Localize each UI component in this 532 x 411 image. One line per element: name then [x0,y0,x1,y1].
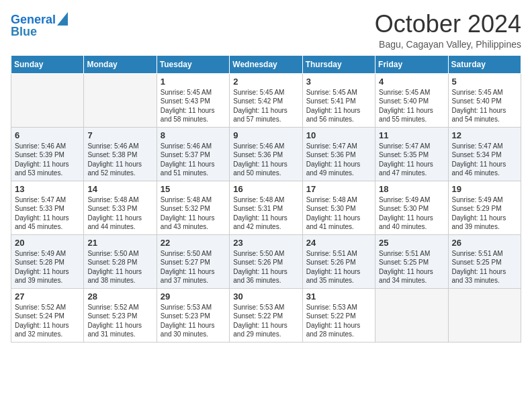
daylight-text: Daylight: 11 hours and 34 minutes. [379,267,444,285]
weekday-header-thursday: Thursday [302,55,375,73]
daylight-text: Daylight: 11 hours and 37 minutes. [161,267,226,285]
sunrise-text: Sunrise: 5:46 AM [15,142,80,151]
calendar-cell: 4Sunrise: 5:45 AMSunset: 5:40 PMDaylight… [375,73,448,127]
calendar-cell [448,288,521,342]
weekday-header-sunday: Sunday [11,55,84,73]
calendar-cell: 29Sunrise: 5:53 AMSunset: 5:23 PMDayligh… [157,288,229,342]
sunset-text: Sunset: 5:26 PM [306,258,371,267]
sunset-text: Sunset: 5:37 PM [161,150,226,160]
sunrise-text: Sunrise: 5:49 AM [452,195,517,205]
day-number: 5 [452,77,517,87]
calendar-cell: 11Sunrise: 5:47 AMSunset: 5:35 PMDayligh… [375,127,448,181]
calendar-week-row: 27Sunrise: 5:52 AMSunset: 5:24 PMDayligh… [11,288,521,342]
sunset-text: Sunset: 5:40 PM [452,97,517,106]
daylight-text: Daylight: 11 hours and 50 minutes. [233,160,298,178]
daylight-text: Daylight: 11 hours and 33 minutes. [452,267,517,285]
sunrise-text: Sunrise: 5:45 AM [452,88,517,97]
day-number: 2 [233,77,298,87]
daylight-text: Daylight: 11 hours and 36 minutes. [233,267,298,285]
sunset-text: Sunset: 5:32 PM [161,204,226,214]
sunrise-text: Sunrise: 5:45 AM [306,88,371,97]
calendar-cell: 3Sunrise: 5:45 AMSunset: 5:41 PMDaylight… [302,73,375,127]
day-number: 19 [452,184,517,194]
sunrise-text: Sunrise: 5:53 AM [161,303,226,312]
calendar-cell: 12Sunrise: 5:47 AMSunset: 5:34 PMDayligh… [448,127,521,181]
daylight-text: Daylight: 11 hours and 28 minutes. [306,321,371,339]
calendar-cell: 30Sunrise: 5:53 AMSunset: 5:22 PMDayligh… [230,288,302,342]
calendar-cell: 21Sunrise: 5:50 AMSunset: 5:28 PMDayligh… [84,234,157,288]
daylight-text: Daylight: 11 hours and 29 minutes. [233,321,298,339]
calendar-cell: 2Sunrise: 5:45 AMSunset: 5:42 PMDaylight… [230,73,302,127]
calendar-cell [84,73,157,127]
daylight-text: Daylight: 11 hours and 39 minutes. [15,267,80,285]
calendar-cell: 27Sunrise: 5:52 AMSunset: 5:24 PMDayligh… [11,288,84,342]
calendar-cell: 16Sunrise: 5:48 AMSunset: 5:31 PMDayligh… [230,181,302,234]
day-number: 27 [15,291,80,302]
daylight-text: Daylight: 11 hours and 52 minutes. [87,160,152,178]
sunrise-text: Sunrise: 5:45 AM [379,88,444,97]
daylight-text: Daylight: 11 hours and 45 minutes. [15,214,80,232]
sunrise-text: Sunrise: 5:46 AM [233,142,298,151]
calendar-cell: 18Sunrise: 5:49 AMSunset: 5:30 PMDayligh… [375,181,448,234]
daylight-text: Daylight: 11 hours and 53 minutes. [15,160,80,178]
month-title: October 2024 [375,11,521,38]
calendar-cell: 26Sunrise: 5:51 AMSunset: 5:25 PMDayligh… [448,234,521,288]
sunrise-text: Sunrise: 5:51 AM [452,249,517,259]
title-area: October 2024 Bagu, Cagayan Valley, Phili… [375,11,521,50]
day-number: 13 [15,184,80,194]
sunset-text: Sunset: 5:38 PM [87,150,152,160]
day-number: 24 [306,238,371,248]
sunrise-text: Sunrise: 5:53 AM [306,303,371,312]
sunset-text: Sunset: 5:22 PM [306,312,371,321]
weekday-header-row: SundayMondayTuesdayWednesdayThursdayFrid… [11,55,521,73]
daylight-text: Daylight: 11 hours and 44 minutes. [87,214,152,232]
daylight-text: Daylight: 11 hours and 49 minutes. [306,160,371,178]
calendar-cell: 1Sunrise: 5:45 AMSunset: 5:43 PMDaylight… [157,73,229,127]
calendar-cell: 15Sunrise: 5:48 AMSunset: 5:32 PMDayligh… [157,181,229,234]
sunset-text: Sunset: 5:35 PM [379,150,444,160]
daylight-text: Daylight: 11 hours and 46 minutes. [452,160,517,178]
logo-arrow-icon [57,12,68,26]
day-number: 28 [87,291,152,302]
calendar-week-row: 13Sunrise: 5:47 AMSunset: 5:33 PMDayligh… [11,181,521,234]
calendar-cell: 9Sunrise: 5:46 AMSunset: 5:36 PMDaylight… [230,127,302,181]
day-number: 4 [379,77,444,87]
daylight-text: Daylight: 11 hours and 56 minutes. [306,106,371,124]
day-number: 9 [233,130,298,140]
calendar-cell: 14Sunrise: 5:48 AMSunset: 5:33 PMDayligh… [84,181,157,234]
sunrise-text: Sunrise: 5:45 AM [161,88,226,97]
day-number: 15 [161,184,226,194]
calendar-table: SundayMondayTuesdayWednesdayThursdayFrid… [11,55,521,342]
calendar-cell: 19Sunrise: 5:49 AMSunset: 5:29 PMDayligh… [448,181,521,234]
calendar-week-row: 20Sunrise: 5:49 AMSunset: 5:28 PMDayligh… [11,234,521,288]
sunset-text: Sunset: 5:36 PM [233,150,298,160]
day-number: 21 [87,238,152,248]
sunrise-text: Sunrise: 5:51 AM [306,249,371,259]
day-number: 18 [379,184,444,194]
day-number: 29 [161,291,226,302]
calendar-cell: 25Sunrise: 5:51 AMSunset: 5:25 PMDayligh… [375,234,448,288]
day-number: 25 [379,238,444,248]
sunrise-text: Sunrise: 5:52 AM [15,303,80,312]
sunrise-text: Sunrise: 5:48 AM [87,195,152,205]
location-subtitle: Bagu, Cagayan Valley, Philippines [375,39,521,50]
sunset-text: Sunset: 5:24 PM [15,312,80,321]
day-number: 31 [306,291,371,302]
sunset-text: Sunset: 5:28 PM [87,258,152,267]
sunrise-text: Sunrise: 5:48 AM [306,195,371,205]
sunrise-text: Sunrise: 5:50 AM [161,249,226,259]
logo: General Blue [11,13,68,39]
sunset-text: Sunset: 5:26 PM [233,258,298,267]
sunset-text: Sunset: 5:33 PM [87,204,152,214]
calendar-cell: 31Sunrise: 5:53 AMSunset: 5:22 PMDayligh… [302,288,375,342]
weekday-header-monday: Monday [84,55,157,73]
sunrise-text: Sunrise: 5:47 AM [306,142,371,151]
daylight-text: Daylight: 11 hours and 41 minutes. [306,214,371,232]
sunrise-text: Sunrise: 5:48 AM [161,195,226,205]
sunrise-text: Sunrise: 5:50 AM [87,249,152,259]
day-number: 11 [379,130,444,140]
logo-text-blue: Blue [11,26,37,39]
weekday-header-wednesday: Wednesday [230,55,302,73]
page-header: General Blue October 2024 Bagu, Cagayan … [11,11,521,50]
sunset-text: Sunset: 5:25 PM [379,258,444,267]
